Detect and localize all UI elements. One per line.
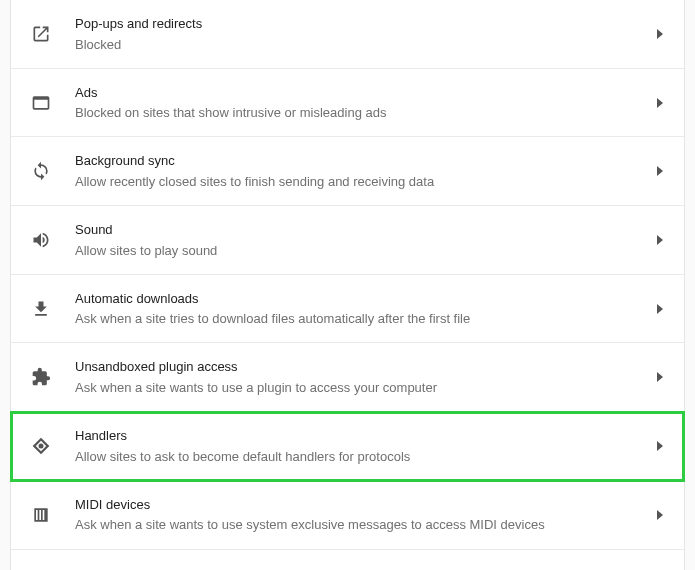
row-sub: Ask when a site wants to use a plugin to… (75, 379, 654, 397)
chevron-right-icon (654, 440, 666, 452)
settings-list: Pop-ups and redirects Blocked Ads Blocke… (10, 0, 685, 570)
row-title: Ads (75, 83, 654, 103)
row-text: Handlers Allow sites to ask to become de… (75, 426, 654, 466)
row-title: Pop-ups and redirects (75, 14, 654, 34)
sync-icon (29, 159, 53, 183)
row-sound[interactable]: Sound Allow sites to play sound (11, 206, 684, 275)
chevron-right-icon (654, 28, 666, 40)
row-text: Unsandboxed plugin access Ask when a sit… (75, 357, 654, 397)
handlers-icon (29, 434, 53, 458)
puzzle-icon (29, 365, 53, 389)
row-text: Automatic downloads Ask when a site trie… (75, 289, 654, 329)
row-downloads[interactable]: Automatic downloads Ask when a site trie… (11, 275, 684, 344)
row-ads[interactable]: Ads Blocked on sites that show intrusive… (11, 69, 684, 138)
row-text: Pop-ups and redirects Blocked (75, 14, 654, 54)
row-handlers[interactable]: Handlers Allow sites to ask to become de… (11, 412, 684, 481)
row-text: Sound Allow sites to play sound (75, 220, 654, 260)
open-in-new-icon (29, 22, 53, 46)
row-sub: Allow sites to play sound (75, 242, 654, 260)
sound-icon (29, 228, 53, 252)
row-bg-sync[interactable]: Background sync Allow recently closed si… (11, 137, 684, 206)
row-title: Automatic downloads (75, 289, 654, 309)
chevron-right-icon (654, 509, 666, 521)
row-midi[interactable]: MIDI devices Ask when a site wants to us… (11, 481, 684, 550)
row-sub: Allow sites to ask to become default han… (75, 448, 654, 466)
row-sub: Blocked on sites that show intrusive or … (75, 104, 654, 122)
chevron-right-icon (654, 371, 666, 383)
row-title: Unsandboxed plugin access (75, 357, 654, 377)
row-popups[interactable]: Pop-ups and redirects Blocked (11, 0, 684, 69)
row-sub: Blocked (75, 36, 654, 54)
window-icon (29, 91, 53, 115)
chevron-right-icon (654, 234, 666, 246)
row-title: Sound (75, 220, 654, 240)
row-title: Background sync (75, 151, 654, 171)
row-sub: Ask when a site tries to download files … (75, 310, 654, 328)
row-zoom[interactable]: Zoom levels (11, 550, 684, 571)
row-text: MIDI devices Ask when a site wants to us… (75, 495, 654, 535)
row-title: Handlers (75, 426, 654, 446)
midi-icon (29, 503, 53, 527)
row-text: Background sync Allow recently closed si… (75, 151, 654, 191)
chevron-right-icon (654, 97, 666, 109)
row-title: MIDI devices (75, 495, 654, 515)
row-sub: Allow recently closed sites to finish se… (75, 173, 654, 191)
row-plugin[interactable]: Unsandboxed plugin access Ask when a sit… (11, 343, 684, 412)
chevron-right-icon (654, 303, 666, 315)
row-sub: Ask when a site wants to use system excl… (75, 516, 654, 534)
download-icon (29, 297, 53, 321)
chevron-right-icon (654, 165, 666, 177)
row-text: Ads Blocked on sites that show intrusive… (75, 83, 654, 123)
